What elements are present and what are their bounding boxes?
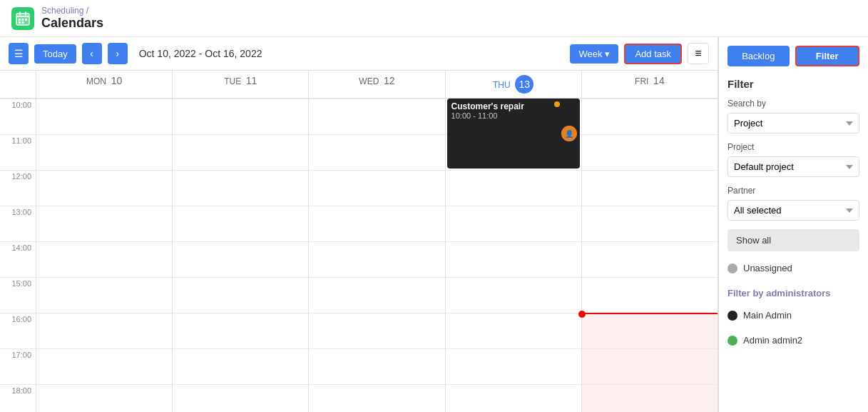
slot bbox=[582, 206, 718, 241]
admin-item-main[interactable]: Main Admin bbox=[727, 307, 859, 323]
slot bbox=[36, 99, 172, 134]
admin-item-2[interactable]: Admin admin2 bbox=[727, 332, 859, 348]
app-container: Scheduling / Calendars ☰ Today ‹ › Oct 1… bbox=[0, 0, 868, 412]
slot bbox=[309, 348, 444, 384]
time-slot-1000: 10:00 bbox=[0, 99, 36, 134]
chevron-right-icon: › bbox=[116, 48, 119, 59]
svg-rect-7 bbox=[25, 19, 27, 21]
admin-name-2: Admin admin2 bbox=[743, 335, 802, 346]
slot bbox=[309, 313, 444, 348]
day-col-wed bbox=[308, 99, 444, 412]
menu-icon: ☰ bbox=[14, 48, 24, 59]
day-header-mon: MON 10 bbox=[36, 71, 172, 98]
slot bbox=[446, 241, 581, 277]
day-col-thu: Customer's repair 10:00 - 11:00 👤 bbox=[445, 99, 581, 412]
calendar-toolbar: ☰ Today ‹ › Oct 10, 2022 - Oct 16, 2022 … bbox=[0, 37, 718, 71]
calendar-area: ☰ Today ‹ › Oct 10, 2022 - Oct 16, 2022 … bbox=[0, 37, 718, 412]
time-slot-1600: 16:00 bbox=[0, 313, 36, 348]
chevron-left-icon: ‹ bbox=[90, 48, 93, 59]
time-spacer bbox=[0, 71, 36, 98]
day-number: 12 bbox=[384, 75, 395, 86]
event-avatar: 👤 bbox=[561, 126, 577, 141]
calendar-grid: 10:00 11:00 12:00 13:00 14:00 15:00 16:0… bbox=[0, 99, 718, 412]
title-info: Scheduling / Calendars bbox=[41, 6, 103, 31]
unassigned-dot bbox=[727, 263, 737, 273]
add-task-button[interactable]: Add task bbox=[624, 44, 682, 64]
current-time-line bbox=[582, 313, 718, 314]
slot bbox=[36, 134, 172, 170]
today-button[interactable]: Today bbox=[34, 44, 76, 64]
day-number: 10 bbox=[111, 75, 123, 86]
svg-rect-9 bbox=[22, 21, 24, 24]
day-col-mon bbox=[36, 99, 172, 412]
slot bbox=[173, 241, 308, 277]
days-grid: Customer's repair 10:00 - 11:00 👤 bbox=[36, 99, 718, 412]
filter-button[interactable]: Filter bbox=[795, 46, 860, 66]
day-header-thu: THU 13 bbox=[445, 71, 581, 98]
slot bbox=[36, 241, 172, 277]
slot bbox=[309, 241, 444, 277]
day-header-tue: TUE 11 bbox=[172, 71, 308, 98]
day-header-fri: FRI 14 bbox=[581, 71, 718, 98]
search-by-select[interactable]: Project bbox=[727, 113, 859, 134]
day-header-wed: WED 12 bbox=[308, 71, 444, 98]
slot bbox=[582, 348, 718, 384]
unassigned-label: Unassigned bbox=[743, 263, 792, 273]
svg-rect-6 bbox=[22, 19, 24, 21]
slot bbox=[582, 277, 718, 313]
project-select[interactable]: Default project bbox=[727, 156, 859, 177]
slot bbox=[36, 384, 172, 412]
day-col-tue bbox=[172, 99, 308, 412]
slot bbox=[446, 348, 581, 384]
partner-label: Partner bbox=[727, 186, 859, 196]
slot bbox=[446, 206, 581, 241]
slot bbox=[173, 384, 308, 412]
time-slot-1100: 11:00 bbox=[0, 134, 36, 170]
week-label: Week bbox=[578, 49, 602, 59]
slot bbox=[309, 384, 444, 412]
slot bbox=[582, 134, 718, 170]
slot bbox=[173, 313, 308, 348]
slot bbox=[36, 206, 172, 241]
event-customers-repair[interactable]: Customer's repair 10:00 - 11:00 👤 bbox=[447, 99, 580, 169]
chevron-down-icon: ▾ bbox=[605, 49, 610, 59]
filter-by-admins-heading: Filter by administrators bbox=[727, 288, 859, 298]
breadcrumb[interactable]: Scheduling / bbox=[41, 6, 103, 16]
slot bbox=[36, 277, 172, 313]
slot bbox=[582, 170, 718, 206]
menu-button[interactable]: ☰ bbox=[9, 43, 29, 64]
partner-section: Partner All selected bbox=[727, 186, 859, 221]
slot bbox=[446, 313, 581, 348]
slot bbox=[173, 348, 308, 384]
day-headers: MON 10 TUE 11 WED 12 THU 13 bbox=[36, 71, 718, 98]
scheduling-link[interactable]: Scheduling / bbox=[41, 6, 88, 16]
time-slot-1400: 14:00 bbox=[0, 241, 36, 277]
time-slot-1500: 15:00 bbox=[0, 277, 36, 313]
slot bbox=[309, 134, 444, 170]
filter-toolbar: Backlog Filter bbox=[727, 46, 859, 66]
unassigned-item[interactable]: Unassigned bbox=[727, 260, 859, 276]
search-by-label: Search by bbox=[727, 99, 859, 109]
admin-dot-2 bbox=[727, 336, 737, 346]
show-all-button[interactable]: Show all bbox=[727, 229, 859, 251]
app-icon bbox=[11, 7, 34, 30]
backlog-button[interactable]: Backlog bbox=[727, 46, 790, 66]
svg-rect-8 bbox=[19, 21, 21, 24]
slot bbox=[309, 170, 444, 206]
slot bbox=[173, 206, 308, 241]
view-options-button[interactable]: ≡ bbox=[688, 43, 709, 64]
next-button[interactable]: › bbox=[108, 43, 128, 64]
day-label: THU bbox=[493, 80, 511, 90]
slot bbox=[173, 170, 308, 206]
partner-select[interactable]: All selected bbox=[727, 200, 859, 221]
slot bbox=[173, 99, 308, 134]
date-range: Oct 10, 2022 - Oct 16, 2022 bbox=[139, 48, 262, 59]
week-view-button[interactable]: Week ▾ bbox=[570, 44, 618, 64]
time-column: 10:00 11:00 12:00 13:00 14:00 15:00 16:0… bbox=[0, 99, 36, 412]
slot bbox=[309, 277, 444, 313]
day-label: TUE bbox=[224, 76, 241, 86]
slot bbox=[582, 384, 718, 412]
day-header-row: MON 10 TUE 11 WED 12 THU 13 bbox=[0, 71, 718, 99]
prev-button[interactable]: ‹ bbox=[82, 43, 102, 64]
time-slot-1700: 17:00 bbox=[0, 348, 36, 384]
